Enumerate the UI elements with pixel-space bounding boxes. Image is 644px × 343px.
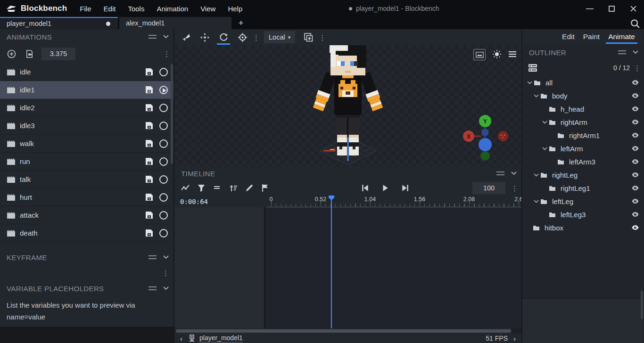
play-animation-toggle[interactable]: [159, 211, 168, 220]
orientation-gizmo[interactable]: Y X: [463, 114, 508, 162]
pivot-tool-button[interactable]: [234, 30, 251, 44]
save-animation-icon[interactable]: [145, 68, 153, 76]
animation-snap-input[interactable]: 3.375: [41, 48, 75, 60]
animation-row[interactable]: hurt: [0, 188, 173, 206]
animation-row[interactable]: run: [0, 153, 173, 171]
save-animation-icon[interactable]: [145, 193, 153, 201]
panel-drag-icon[interactable]: [496, 172, 504, 175]
animation-row[interactable]: walk: [0, 135, 173, 153]
save-animation-icon[interactable]: [145, 122, 153, 130]
menu-help[interactable]: Help: [222, 2, 248, 16]
rotate-tool-button[interactable]: [215, 30, 232, 44]
timeline-hscrollbar[interactable]: [174, 328, 521, 334]
outliner-node[interactable]: h_head: [522, 102, 643, 115]
instance-model-button[interactable]: [300, 30, 317, 44]
collapse-panel-button[interactable]: [163, 255, 169, 259]
play-animation-toggle[interactable]: [159, 86, 168, 94]
outliner-node[interactable]: rightArm: [522, 115, 643, 129]
expand-toggle[interactable]: [540, 121, 549, 124]
tab-alex-model1[interactable]: alex_model1: [119, 17, 231, 29]
outliner-node[interactable]: rightLeg1: [522, 181, 643, 195]
save-animation-icon[interactable]: [145, 157, 153, 165]
animation-row-selected[interactable]: idle1: [0, 81, 173, 99]
visibility-toggle[interactable]: [631, 79, 639, 86]
save-animation-icon[interactable]: [145, 229, 153, 237]
visibility-toggle[interactable]: [631, 106, 639, 112]
save-animation-icon[interactable]: [145, 175, 153, 183]
visibility-toggle[interactable]: [631, 198, 639, 204]
timeline-tracks[interactable]: [265, 207, 521, 328]
timeline-zoom-input[interactable]: 100: [472, 182, 505, 194]
maximize-button[interactable]: [601, 0, 622, 17]
panel-drag-icon[interactable]: [149, 255, 157, 259]
menu-view[interactable]: View: [194, 2, 222, 16]
collapse-panel-button[interactable]: [511, 172, 517, 175]
menu-animation[interactable]: Animation: [150, 2, 194, 16]
tab-player-model1[interactable]: player_model1: [0, 17, 118, 29]
menu-tools[interactable]: Tools: [122, 2, 150, 16]
playhead[interactable]: [331, 196, 332, 328]
play-animation-toggle[interactable]: [159, 157, 168, 166]
visibility-toggle[interactable]: [631, 185, 639, 191]
tab-animate[interactable]: Animate: [605, 31, 638, 44]
timeline-more-button[interactable]: ⋮: [511, 185, 518, 192]
play-animation-toggle[interactable]: [159, 175, 168, 184]
marker-button[interactable]: [258, 181, 272, 195]
animations-scrollbar[interactable]: [171, 64, 173, 164]
sort-channels-button[interactable]: [226, 181, 240, 195]
transform-space-dropdown[interactable]: Local ▾: [264, 31, 295, 43]
outliner-scrollbar[interactable]: [641, 291, 643, 319]
animation-row[interactable]: idle2: [0, 99, 173, 117]
minimize-button[interactable]: —: [579, 0, 601, 17]
save-animation-icon[interactable]: [145, 86, 153, 94]
close-button[interactable]: [622, 0, 644, 17]
animation-row[interactable]: idle: [0, 63, 173, 81]
play-animation-toggle[interactable]: [159, 122, 168, 130]
visibility-toggle[interactable]: [631, 158, 639, 165]
menu-file[interactable]: File: [74, 2, 97, 16]
toolbar-more-button[interactable]: ⋮: [319, 34, 325, 41]
collapse-panel-button[interactable]: [163, 35, 169, 39]
expand-toggle[interactable]: [532, 94, 540, 98]
visibility-toggle[interactable]: [631, 119, 639, 125]
move-tool-button[interactable]: [196, 30, 213, 44]
tab-edit[interactable]: Edit: [559, 31, 578, 44]
player-model[interactable]: [311, 45, 385, 166]
outliner-node[interactable]: rightLeg: [522, 168, 643, 181]
play-animation-toggle[interactable]: [159, 139, 168, 148]
collapse-panel-button[interactable]: [163, 286, 169, 290]
outliner-node[interactable]: hitbox: [522, 221, 643, 234]
outliner-node[interactable]: body: [522, 89, 643, 102]
expand-toggle[interactable]: [525, 81, 534, 84]
animation-row[interactable]: idle3: [0, 117, 173, 135]
keyframe-more-button[interactable]: ⋮: [162, 270, 169, 277]
timeline-ruler[interactable]: 0:00:64 0 0.52 1.04 1.56 2.08 2.6: [174, 196, 521, 207]
animation-row[interactable]: talk: [0, 171, 173, 188]
outliner-node[interactable]: leftArm: [522, 142, 643, 155]
visibility-toggle[interactable]: [631, 145, 639, 152]
outliner-node[interactable]: rightArm1: [522, 129, 643, 142]
save-animation-icon[interactable]: [145, 139, 153, 147]
play-animation-toggle[interactable]: [159, 229, 168, 237]
graph-editor-button[interactable]: [178, 181, 192, 195]
menu-edit[interactable]: Edit: [98, 2, 122, 16]
outliner-node[interactable]: leftLeg3: [522, 208, 643, 221]
outliner-more-button[interactable]: ⋮: [634, 65, 640, 72]
tab-paint[interactable]: Paint: [580, 31, 603, 44]
play-animation-toggle[interactable]: [159, 68, 168, 76]
filter-channels-button[interactable]: [194, 181, 208, 195]
ruler-track[interactable]: 0 0.52 1.04 1.56 2.08 2.6: [266, 196, 521, 207]
visibility-toggle[interactable]: [631, 211, 639, 218]
save-animation-icon[interactable]: [145, 104, 153, 112]
add-animation-button[interactable]: [6, 48, 17, 59]
animation-row[interactable]: attack: [0, 206, 173, 224]
expand-toggle[interactable]: [532, 200, 540, 203]
status-prev-button[interactable]: ‹: [178, 335, 184, 343]
new-tab-button[interactable]: +: [231, 17, 250, 29]
expand-toggle[interactable]: [540, 147, 549, 150]
search-button[interactable]: [630, 18, 640, 29]
expand-toggle[interactable]: [532, 173, 540, 177]
background-image-button[interactable]: [473, 49, 486, 60]
panel-drag-icon[interactable]: [149, 35, 157, 39]
animations-more-button[interactable]: ⋮: [163, 50, 170, 57]
